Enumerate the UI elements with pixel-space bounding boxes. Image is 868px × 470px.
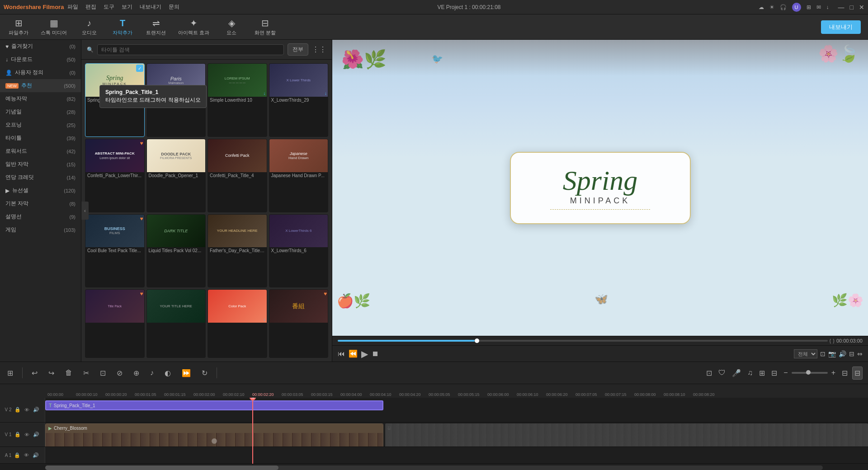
sidebar-item-lowerthird[interactable]: 로워서드 (42)	[0, 145, 81, 158]
fit-button[interactable]: ⊟	[840, 367, 849, 379]
thumb-japanese[interactable]: Japanese Hand Drawn Japanese Hand Drawn …	[269, 139, 329, 212]
track-v1-lock[interactable]: 🔒	[14, 431, 22, 438]
redo-button[interactable]: ↪	[47, 367, 56, 379]
sidebar-item-favorites[interactable]: ♥즐겨찾기 (0)	[0, 40, 81, 53]
search-input[interactable]	[97, 44, 284, 55]
cut-button[interactable]: ✂	[81, 367, 91, 379]
minimize-button[interactable]: —	[838, 4, 844, 11]
thumb-abstract[interactable]: ABSTRACT MINI-PACK Lorem ipsum dolor sit…	[85, 139, 145, 212]
split-button[interactable]: ⊘	[115, 367, 124, 379]
zoom-in-button[interactable]: +	[830, 367, 837, 379]
stretch-button[interactable]: ⇔	[857, 350, 863, 357]
volume-button[interactable]: 🔊	[839, 350, 846, 357]
headset-icon[interactable]: 🎧	[780, 4, 787, 10]
timeline-scrollbar-thumb[interactable]	[45, 465, 278, 470]
menu-file[interactable]: 파일	[67, 3, 78, 11]
undo-button[interactable]: ↩	[30, 367, 39, 379]
track-v2-eye[interactable]: 👁	[24, 406, 30, 414]
toolbar-audio[interactable]: ♪ 오디오	[78, 18, 100, 36]
export-button[interactable]: 내보내기	[821, 20, 861, 34]
filter-panel-button[interactable]: 🛡	[717, 367, 727, 379]
play-button[interactable]: ▶	[361, 348, 368, 359]
thumb-xlower6[interactable]: X LowerThirds 6 X_LowerThirds_6	[269, 214, 329, 288]
sidebar-item-caption[interactable]: 설명선 (9)	[0, 210, 81, 223]
track-a1-audio[interactable]: 🔊	[32, 451, 40, 459]
video-clip-cherry[interactable]: ▶ Cherry_Blossom	[45, 423, 383, 447]
color-adjust-button[interactable]: ◐	[163, 367, 173, 379]
thumb-simple-lowerthird[interactable]: LOREM IPSUM — — — — — ↓ Simple Lowerthir…	[208, 63, 267, 137]
filter-button[interactable]: 전부	[288, 43, 308, 56]
thumb-cool-blue[interactable]: BUSINESS FILMS ♥ Cool Bule Text Pack Tit…	[85, 214, 145, 288]
pip-button[interactable]: ⊟	[849, 350, 854, 357]
step-back-button[interactable]: ⏪	[349, 349, 358, 358]
track-v1-eye[interactable]: 👁	[24, 431, 30, 438]
menu-export[interactable]: 내보내기	[140, 3, 161, 11]
track-a1-eye[interactable]: 👁	[23, 451, 30, 459]
delete-button[interactable]: 🗑	[63, 367, 74, 379]
track-v1-audio[interactable]: 🔊	[32, 431, 40, 438]
close-button[interactable]: ✕	[859, 4, 864, 11]
sidebar-item-opening[interactable]: 오프닝 (25)	[0, 118, 81, 132]
rotate-button[interactable]: ↻	[200, 367, 209, 379]
zoom-out-button[interactable]: −	[782, 367, 789, 379]
toolbar-stock-media[interactable]: ▦ 스톡 미디어	[41, 18, 67, 36]
sidebar-item-download[interactable]: ↓다운로드 (50)	[0, 53, 81, 66]
sidebar-item-endcredits[interactable]: 연당 크레딧 (14)	[0, 171, 81, 184]
thumb-xlower29[interactable]: X Lower Thirds ↓ X_LowerThirds_29	[269, 63, 329, 137]
thumb-paris[interactable]: Paris Malmaison ↓ Paris_Sketchbook_Pack_…	[146, 63, 206, 137]
menu-tools[interactable]: 도구	[104, 3, 114, 11]
thumb-spring-pack[interactable]: Spring MINIPACK ✓ Spring_Pack_Title_1 +	[85, 63, 145, 137]
toolbar-effects[interactable]: ✦ 아이렉트 효과	[178, 18, 209, 36]
fullscreen-button[interactable]: ⊡	[820, 350, 826, 357]
mic-button[interactable]: 🎤	[730, 367, 743, 379]
crop-button[interactable]: ⊡	[98, 367, 108, 379]
scroll-left-button[interactable]: ‹	[81, 202, 89, 220]
sidebar-item-newsection[interactable]: ▶뉴선셀 (120)	[0, 184, 81, 197]
title-clip[interactable]: T Spring_Pack_Title_1	[45, 400, 383, 410]
track-v2-audio[interactable]: 🔊	[32, 406, 40, 414]
track-a1-lock[interactable]: 🔒	[13, 451, 21, 459]
sidebar-item-titles[interactable]: 타이틀 (39)	[0, 132, 81, 145]
snapshot-button[interactable]: 📷	[828, 350, 836, 357]
toolbar-titles[interactable]: T 자막추가	[111, 18, 134, 36]
grid-view-button[interactable]: ⋮⋮	[312, 45, 326, 54]
sidebar-item-opener[interactable]: 예능자막 (82)	[0, 92, 81, 105]
thumb-doodle[interactable]: DOODLE PACK FILMORA PRESENTS Doodle_Pack…	[146, 139, 206, 212]
audio-adjust-button[interactable]: ♪	[148, 367, 156, 379]
adjust-button[interactable]: ⊕	[132, 367, 141, 379]
thumb-row3b[interactable]: YOUR TITLE HERE	[146, 289, 206, 358]
speed-button[interactable]: ⏩	[180, 367, 193, 379]
mail-icon[interactable]: ✉	[816, 4, 821, 10]
cloud-icon[interactable]: ☁	[759, 4, 764, 10]
sidebar-item-general[interactable]: 일반 자막 (15)	[0, 158, 81, 171]
sidebar-item-user-defined[interactable]: 👤사용자 정의 (0)	[0, 66, 81, 79]
thumb-row3d[interactable]: 番組 ♥	[269, 289, 329, 358]
menu-help[interactable]: 문의	[169, 3, 179, 11]
thumb-row3a[interactable]: Title Pack ♥	[85, 289, 145, 358]
maximize-button[interactable]: □	[850, 4, 854, 11]
timeline-scrollbar[interactable]	[45, 465, 823, 470]
sidebar-item-basic[interactable]: 기념일 (28)	[0, 105, 81, 118]
playback-quality-select[interactable]: 전체	[794, 349, 817, 358]
toolbar-transitions[interactable]: ⇌ 트랜지션	[145, 18, 167, 36]
zoom-slider[interactable]	[792, 372, 828, 374]
split-tool-button[interactable]: ⊟	[769, 367, 779, 379]
sidebar-toggle-button[interactable]: ⊟	[852, 367, 863, 380]
snap-button[interactable]: ⊞	[757, 367, 767, 379]
seekbar-thumb[interactable]	[475, 338, 479, 343]
thumb-confetti4[interactable]: Confetti Pack Confetti_Pack_Title_4	[208, 139, 267, 212]
music-button[interactable]: ♫	[745, 367, 755, 379]
menu-edit[interactable]: 편집	[85, 3, 96, 11]
thumb-liquid[interactable]: DARK TITLE Liquid Titles Pack Vol 02...	[146, 214, 206, 288]
skip-to-start-button[interactable]: ⏮	[338, 350, 345, 358]
sun-icon[interactable]: ☀	[769, 4, 774, 10]
thumb-row3c[interactable]: Color Pack ↓	[208, 289, 267, 358]
video-clip-extra[interactable]: 길	[385, 423, 868, 447]
user-icon[interactable]: U	[792, 3, 801, 12]
track-v2-lock[interactable]: 🔒	[14, 406, 22, 414]
toolbar-add-media[interactable]: ⊞ 파일추가	[7, 18, 30, 36]
menu-view[interactable]: 보기	[122, 3, 132, 11]
preview-seekbar[interactable]	[338, 340, 828, 342]
sidebar-item-recommended[interactable]: NEW 추천 (500)	[0, 79, 81, 92]
download-icon[interactable]: ↓	[826, 4, 829, 10]
